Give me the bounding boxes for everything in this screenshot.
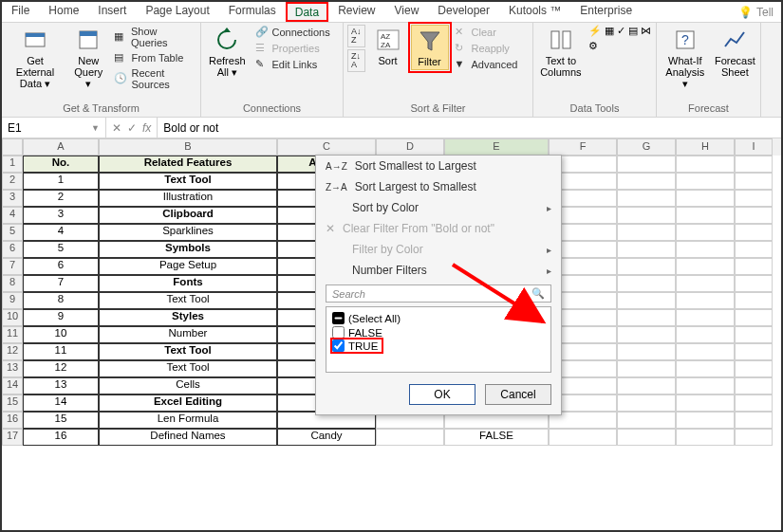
cell[interactable]: 11 [23,343,99,360]
cell[interactable] [676,309,735,326]
check-false[interactable]: FALSE [332,325,545,339]
tool-icon[interactable]: ⚙ [588,40,598,52]
cell[interactable]: 8 [23,292,99,309]
cell[interactable]: Related Features [99,156,277,173]
cell[interactable] [617,326,676,343]
cell[interactable] [735,377,773,394]
cell[interactable] [676,377,735,394]
cell[interactable]: Sparklines [99,224,277,241]
cell[interactable] [676,156,735,173]
cell[interactable] [617,156,676,173]
row-header[interactable]: 8 [2,275,23,292]
sort-asc-item[interactable]: A→ZSort Smallest to Largest [316,156,561,176]
cell[interactable]: Cells [99,377,277,394]
cell[interactable] [676,224,735,241]
cell[interactable] [735,292,773,309]
row-header[interactable]: 3 [2,190,23,207]
row-header[interactable]: 9 [2,292,23,309]
cell[interactable] [676,343,735,360]
cell[interactable] [617,412,676,429]
cell[interactable] [735,394,773,412]
cell[interactable]: 5 [23,241,99,258]
cell[interactable]: 7 [23,275,99,292]
cell[interactable]: No. [23,156,99,173]
cell[interactable]: 2 [23,190,99,207]
cell[interactable]: 10 [23,326,99,343]
cell[interactable]: Text Tool [99,343,277,360]
row-header[interactable]: 17 [2,429,23,446]
cell[interactable] [617,173,676,190]
cell[interactable] [676,292,735,309]
tab-kutools[interactable]: Kutools ™ [499,2,570,22]
row-header[interactable]: 16 [2,412,23,429]
col-header[interactable]: G [617,138,676,156]
cell[interactable] [676,258,735,275]
cell[interactable] [617,241,676,258]
cell[interactable] [735,190,773,207]
cell[interactable]: Fonts [99,275,277,292]
sort-button[interactable]: AZZASort [369,25,407,68]
cell[interactable]: Len Formula [99,412,277,429]
cell[interactable] [735,326,773,343]
cell[interactable] [617,275,676,292]
row-header[interactable]: 15 [2,394,23,412]
cell[interactable]: Styles [99,309,277,326]
cell[interactable] [617,292,676,309]
cell[interactable] [735,224,773,241]
cell[interactable]: Illustration [99,190,277,207]
refresh-all-button[interactable]: Refresh All ▾ [205,25,250,80]
cell[interactable] [617,394,676,412]
cell[interactable]: 15 [23,412,99,429]
cell[interactable] [617,309,676,326]
row-header[interactable]: 1 [2,156,23,173]
from-table-button[interactable]: ▤From Table [112,50,196,65]
cell[interactable] [617,258,676,275]
cell[interactable]: Text Tool [99,173,277,190]
tab-home[interactable]: Home [39,2,88,22]
cell[interactable] [735,275,773,292]
select-all-corner[interactable] [2,138,23,156]
cell[interactable] [549,429,617,446]
row-header[interactable]: 6 [2,241,23,258]
cell[interactable]: 9 [23,309,99,326]
name-box[interactable]: E1▼ [2,118,106,138]
cell[interactable]: 6 [23,258,99,275]
cell[interactable] [676,429,735,446]
properties-button[interactable]: ☰Properties [253,41,332,56]
enter-icon[interactable]: ✓ [127,121,137,135]
col-header[interactable]: B [99,138,277,156]
clear-button[interactable]: ✕Clear [453,25,520,40]
ok-button[interactable]: OK [409,384,475,405]
tab-enterprise[interactable]: Enterprise [570,2,642,22]
edit-links-button[interactable]: ✎Edit Links [253,57,332,72]
row-header[interactable]: 11 [2,326,23,343]
cell[interactable] [735,173,773,190]
tool-icon[interactable]: ⋈ [641,25,651,37]
check-true[interactable]: TRUE [332,339,382,352]
cell[interactable]: Clipboard [99,207,277,224]
sort-by-color-item[interactable]: Sort by Color▸ [316,197,561,218]
cell[interactable]: 16 [23,429,99,446]
cell[interactable]: Text Tool [99,292,277,309]
cell[interactable] [676,207,735,224]
row-header[interactable]: 7 [2,258,23,275]
tool-icon[interactable]: ▦ [605,25,614,37]
connections-button[interactable]: 🔗Connections [253,25,332,40]
sort-za-button[interactable]: Z↓A [347,49,365,72]
tab-view[interactable]: View [385,2,429,22]
cell[interactable]: 3 [23,207,99,224]
cell[interactable] [617,360,676,377]
row-header[interactable]: 4 [2,207,23,224]
number-filters-item[interactable]: Number Filters▸ [316,260,561,281]
cell[interactable]: Page Setup [99,258,277,275]
row-header[interactable]: 2 [2,173,23,190]
cell[interactable]: Candy [277,429,376,446]
tab-developer[interactable]: Developer [428,2,499,22]
cell[interactable]: Excel Editing [99,394,277,412]
cell[interactable] [676,394,735,412]
cell[interactable] [676,360,735,377]
cell[interactable] [735,343,773,360]
col-header[interactable]: E [444,138,549,156]
col-header[interactable]: F [549,138,617,156]
tab-data[interactable]: Data [286,2,328,22]
